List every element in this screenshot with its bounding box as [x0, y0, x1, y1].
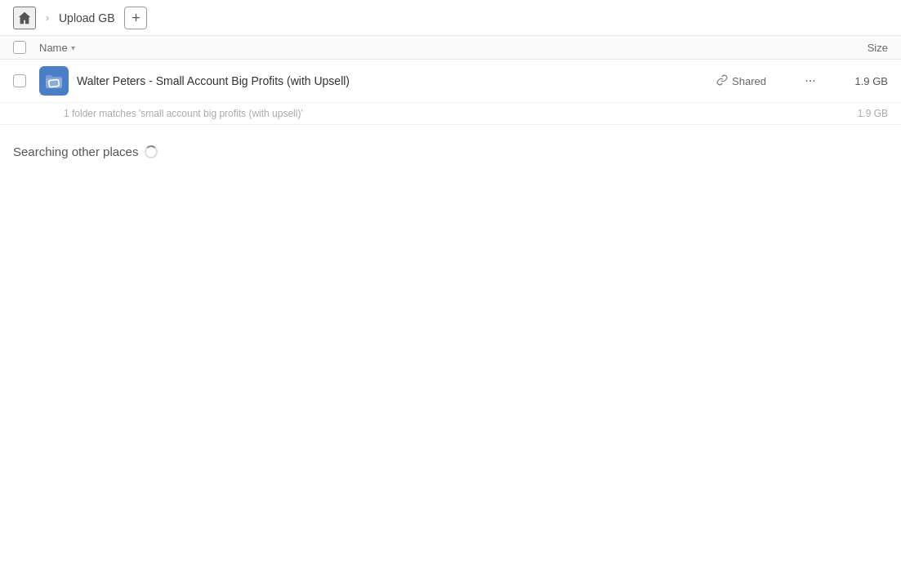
breadcrumb-label: Upload GB [59, 11, 114, 24]
sort-arrow-icon: ▾ [71, 43, 75, 52]
summary-size: 1.9 GB [823, 108, 888, 119]
link-icon [716, 74, 728, 88]
select-all-checkbox[interactable] [13, 41, 26, 54]
breadcrumb-separator: › [46, 12, 49, 24]
folder-icon [39, 66, 69, 96]
searching-section: Searching other places [0, 125, 901, 178]
more-options-button[interactable]: ··· [798, 69, 823, 93]
name-column-label: Name [39, 42, 68, 54]
folder-svg [39, 66, 69, 96]
home-button[interactable] [13, 7, 36, 29]
column-headers: Name ▾ Size [0, 36, 901, 60]
file-size: 1.9 GB [823, 75, 888, 87]
home-icon [17, 11, 32, 25]
file-name: Walter Peters - Small Account Big Profit… [77, 74, 716, 87]
file-row[interactable]: Walter Peters - Small Account Big Profit… [0, 60, 901, 103]
shared-label: Shared [732, 75, 766, 87]
summary-text: 1 folder matches 'small account big prof… [64, 108, 823, 119]
shared-status: Shared [716, 74, 798, 88]
loading-spinner [145, 145, 158, 158]
searching-label: Searching other places [13, 145, 888, 158]
row-checkbox-col [13, 74, 39, 87]
name-column-header[interactable]: Name ▾ [39, 42, 757, 54]
add-button[interactable]: + [124, 7, 147, 29]
summary-row: 1 folder matches 'small account big prof… [0, 103, 901, 125]
row-checkbox[interactable] [13, 74, 26, 87]
searching-text: Searching other places [13, 145, 138, 158]
toolbar: › Upload GB + [0, 0, 901, 36]
size-column-header[interactable]: Size [823, 42, 888, 54]
select-all-checkbox-col[interactable] [13, 41, 39, 54]
